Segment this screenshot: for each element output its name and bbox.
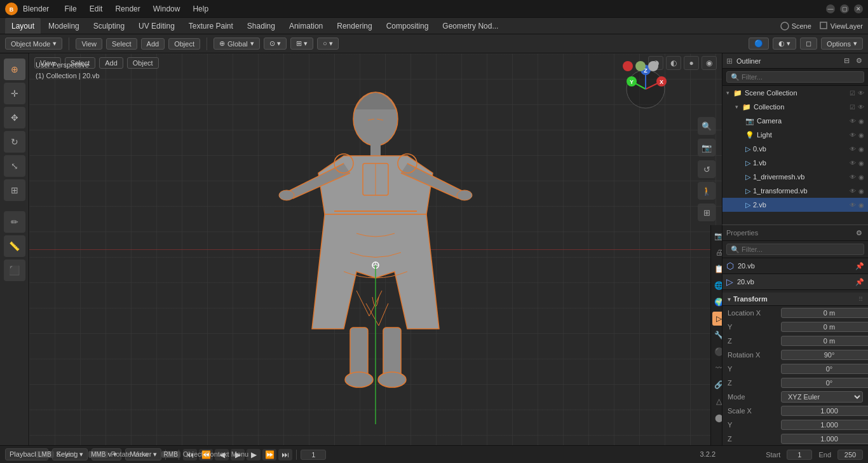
properties-settings-icon[interactable]: ⚙ (854, 228, 864, 238)
select-menu-btn[interactable]: Select (106, 38, 137, 50)
outliner-search-input[interactable] (726, 71, 864, 83)
proportional-editing[interactable]: ○ ▾ (317, 38, 339, 50)
light-render[interactable]: ◉ (858, 132, 864, 139)
mesh-2vb-render[interactable]: ◉ (858, 202, 864, 209)
add-menu-btn[interactable]: Add (141, 38, 165, 50)
outliner-light[interactable]: 💡 Light 👁 ◉ (722, 128, 868, 142)
options-dropdown[interactable]: Options ▾ (821, 38, 863, 50)
zoom-to-fit-btn[interactable]: 🔍 (698, 117, 715, 135)
outliner-mesh-0vb[interactable]: ▷ 0.vb 👁 ◉ (722, 142, 868, 156)
mesh-1drivermesh-render[interactable]: ◉ (858, 174, 864, 181)
data-pin-icon[interactable]: 📌 (855, 278, 864, 286)
end-frame-input[interactable] (837, 450, 863, 460)
tab-shading[interactable]: Shading (241, 18, 281, 34)
cursor-tool[interactable]: ✛ (4, 83, 25, 104)
outliner-scene-collection[interactable]: ▾ 📁 Scene Collection ☑ 👁 (722, 86, 868, 100)
transform-tool[interactable]: ⊞ (4, 179, 25, 201)
transform-section-header[interactable]: ▾ Transform ⠿ (722, 293, 868, 306)
tab-uv-editing[interactable]: UV Editing (132, 18, 181, 34)
add-cube-tool[interactable]: ⬛ (4, 259, 25, 281)
tab-texture-paint[interactable]: Texture Paint (182, 18, 240, 34)
viewport-shading[interactable]: 🔵 (749, 38, 769, 50)
mesh-1drivermesh-hide[interactable]: 👁 (850, 174, 856, 181)
minimize-button[interactable]: — (826, 4, 835, 13)
outliner-mesh-1vb[interactable]: ▷ 1.vb 👁 ◉ (722, 156, 868, 170)
collection-exclude[interactable]: ☑ (850, 104, 855, 111)
outliner-mesh-1transformed[interactable]: ▷ 1_transformed.vb 👁 ◉ (722, 184, 868, 198)
rotation-x-input[interactable] (781, 350, 868, 360)
scene-name[interactable]: Scene (792, 22, 811, 30)
overlay-toggle[interactable]: ◐ ▾ (773, 38, 796, 50)
outliner-mesh-2vb[interactable]: ▷ 2.vb 👁 ◉ (722, 198, 868, 212)
mesh-1vb-render[interactable]: ◉ (858, 160, 864, 167)
camera-view-btn[interactable]: 📷 (698, 139, 715, 156)
orbit-btn[interactable]: ↺ (698, 160, 715, 178)
measure-tool[interactable]: 📏 (4, 235, 25, 257)
location-y-input[interactable] (781, 322, 868, 332)
close-button[interactable]: ✕ (854, 4, 863, 13)
tab-compositing[interactable]: Compositing (380, 18, 435, 34)
outliner-camera[interactable]: 📷 Camera 👁 ◉ (722, 114, 868, 128)
walk-mode-btn[interactable]: 🚶 (698, 182, 715, 200)
viewport-object-menu[interactable]: Object (127, 57, 159, 69)
maximize-button[interactable]: ▢ (840, 4, 849, 13)
properties-pin-icon[interactable]: 📌 (855, 262, 864, 270)
location-x-input[interactable] (781, 308, 868, 318)
rotation-y-input[interactable] (781, 364, 868, 374)
scene-collection-hide[interactable]: 👁 (858, 90, 864, 97)
collection-manager-btn[interactable]: ⊞ (698, 204, 715, 221)
mesh-2vb-hide[interactable]: 👁 (850, 202, 856, 209)
viewport-overlay-btn[interactable]: ◉ (702, 56, 717, 70)
scene-collection-exclude[interactable]: ☑ (850, 90, 855, 97)
rotation-mode-select[interactable]: XYZ Euler XZY Euler YXZ Euler YZX Euler … (781, 391, 863, 403)
viewlayer-name[interactable]: ViewLayer (831, 22, 863, 30)
light-hide[interactable]: 👁 (850, 132, 856, 139)
outliner-filter-icon[interactable]: ⊟ (841, 56, 851, 66)
tab-modeling[interactable]: Modeling (42, 18, 86, 34)
scale-tool[interactable]: ⤡ (4, 155, 25, 177)
rotation-z-input[interactable] (781, 378, 868, 388)
properties-search-input[interactable] (726, 244, 864, 255)
window-menu[interactable]: Window (151, 3, 183, 15)
outliner-collection[interactable]: ▾ 📁 Collection ☑ 👁 (722, 100, 868, 114)
view-menu-btn[interactable]: View (76, 38, 102, 50)
viewport-gizmo[interactable]: X Y Z (620, 64, 671, 114)
edit-menu[interactable]: Edit (87, 3, 105, 15)
collection-hide[interactable]: 👁 (858, 104, 864, 111)
camera-hide[interactable]: 👁 (850, 118, 856, 125)
object-mode-dropdown[interactable]: Object Mode ▾ (5, 38, 62, 50)
start-frame-input[interactable] (787, 450, 812, 460)
location-z-input[interactable] (781, 336, 868, 346)
scale-y-input[interactable] (781, 420, 868, 430)
camera-render[interactable]: ◉ (858, 118, 864, 125)
outliner-settings-icon[interactable]: ⚙ (854, 56, 864, 66)
mesh-1vb-hide[interactable]: 👁 (850, 160, 856, 167)
mesh-0vb-hide[interactable]: 👁 (850, 146, 856, 153)
scale-x-input[interactable] (781, 406, 868, 416)
annotate-tool[interactable]: ✏ (4, 211, 25, 233)
viewport-3d[interactable]: View Select Add Object ◑ ◐ ● ◉ User Pers… (29, 53, 722, 445)
tab-layout[interactable]: Layout (5, 18, 41, 34)
move-tool[interactable]: ✥ (4, 107, 25, 128)
render-menu[interactable]: Render (112, 3, 142, 15)
snapping-toggle[interactable]: ⊞ ▾ (290, 38, 313, 50)
select-tool[interactable]: ⊕ (4, 59, 25, 80)
mesh-0vb-render[interactable]: ◉ (858, 146, 864, 153)
outliner-mesh-1drivermesh[interactable]: ▷ 1_drivermesh.vb 👁 ◉ (722, 170, 868, 184)
xray-toggle[interactable]: ◻ (800, 38, 817, 50)
file-menu[interactable]: File (62, 3, 79, 15)
pivot-dropdown[interactable]: ⊙ ▾ (264, 38, 287, 50)
viewport-add-menu[interactable]: Add (99, 57, 123, 69)
help-menu[interactable]: Help (190, 3, 211, 15)
mesh-1transformed-hide[interactable]: 👁 (850, 188, 856, 195)
tab-animation[interactable]: Animation (283, 18, 329, 34)
scale-z-input[interactable] (781, 434, 868, 444)
tab-rendering[interactable]: Rendering (330, 18, 378, 34)
transform-space-dropdown[interactable]: ⊕ Global ▾ (214, 38, 260, 50)
tab-geometry-nodes[interactable]: Geometry Nod... (436, 18, 505, 34)
rotate-tool[interactable]: ↻ (4, 131, 25, 153)
object-menu-btn[interactable]: Object (168, 38, 200, 50)
mesh-1transformed-render[interactable]: ◉ (858, 188, 864, 195)
viewport-shading-rendered[interactable]: ● (684, 56, 699, 70)
tab-sculpting[interactable]: Sculpting (87, 18, 131, 34)
